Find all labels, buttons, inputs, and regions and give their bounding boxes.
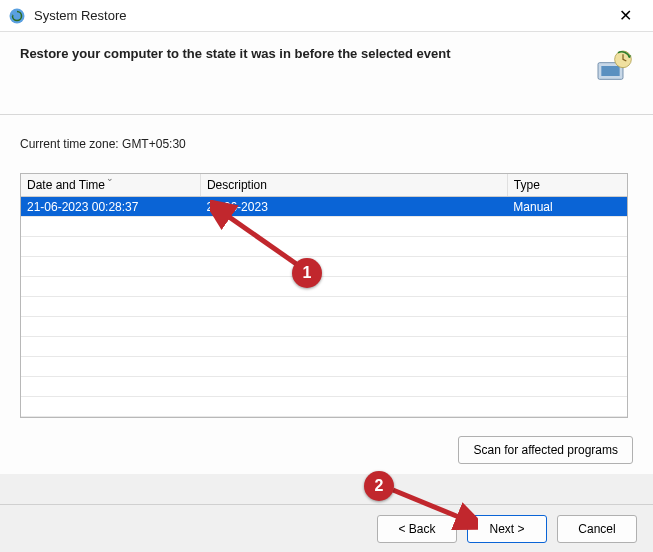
annotation-callout-2: 2 bbox=[364, 471, 394, 501]
table-row[interactable] bbox=[21, 357, 627, 377]
cell-type: Manual bbox=[507, 197, 627, 217]
cell-description bbox=[200, 277, 507, 297]
cell-type bbox=[507, 337, 627, 357]
cancel-button[interactable]: Cancel bbox=[557, 515, 637, 543]
close-button[interactable]: ✕ bbox=[605, 6, 645, 25]
back-button[interactable]: < Back bbox=[377, 515, 457, 543]
cell-type bbox=[507, 397, 627, 417]
cell-description bbox=[200, 397, 507, 417]
footer-buttons: < Back Next > Cancel bbox=[0, 504, 653, 552]
cell-type bbox=[507, 217, 627, 237]
cell-datetime bbox=[21, 397, 200, 417]
cell-type bbox=[507, 357, 627, 377]
cell-description bbox=[200, 317, 507, 337]
cell-description bbox=[200, 297, 507, 317]
next-button[interactable]: Next > bbox=[467, 515, 547, 543]
system-restore-icon bbox=[8, 7, 26, 25]
annotation-callout-1: 1 bbox=[292, 258, 322, 288]
cell-datetime bbox=[21, 297, 200, 317]
table-row[interactable] bbox=[21, 217, 627, 237]
table-row[interactable]: 21-06-2023 00:28:3721-06-2023Manual bbox=[21, 197, 627, 217]
restore-points-table: ⌄ Date and Time Description Type 21-06-2… bbox=[20, 173, 628, 418]
cell-datetime bbox=[21, 317, 200, 337]
cell-type bbox=[507, 377, 627, 397]
cell-datetime bbox=[21, 237, 200, 257]
cell-datetime bbox=[21, 337, 200, 357]
cell-type bbox=[507, 297, 627, 317]
cell-description: 21-06-2023 bbox=[200, 197, 507, 217]
dialog-header: Restore your computer to the state it wa… bbox=[0, 32, 653, 115]
cell-type bbox=[507, 237, 627, 257]
column-header-type[interactable]: Type bbox=[507, 174, 627, 197]
cell-datetime bbox=[21, 377, 200, 397]
cell-datetime: 21-06-2023 00:28:37 bbox=[21, 197, 200, 217]
table-row[interactable] bbox=[21, 277, 627, 297]
scan-affected-programs-button[interactable]: Scan for affected programs bbox=[458, 436, 633, 464]
window-title: System Restore bbox=[34, 8, 605, 23]
cell-description bbox=[200, 217, 507, 237]
table-row[interactable] bbox=[21, 317, 627, 337]
table-row[interactable] bbox=[21, 337, 627, 357]
table-row[interactable] bbox=[21, 257, 627, 277]
cell-datetime bbox=[21, 357, 200, 377]
table-row[interactable] bbox=[21, 377, 627, 397]
scan-row: Scan for affected programs bbox=[20, 436, 633, 464]
cell-description bbox=[200, 357, 507, 377]
column-header-datetime[interactable]: ⌄ Date and Time bbox=[21, 174, 200, 197]
cell-type bbox=[507, 277, 627, 297]
cell-type bbox=[507, 257, 627, 277]
cell-description bbox=[200, 337, 507, 357]
cell-description bbox=[200, 237, 507, 257]
titlebar: System Restore ✕ bbox=[0, 0, 653, 32]
content-area: Current time zone: GMT+05:30 ⌄ Date and … bbox=[0, 115, 653, 474]
page-heading: Restore your computer to the state it wa… bbox=[20, 46, 593, 61]
table-row[interactable] bbox=[21, 397, 627, 417]
svg-rect-2 bbox=[601, 66, 619, 76]
restore-point-icon bbox=[593, 46, 633, 86]
cell-description bbox=[200, 257, 507, 277]
cell-datetime bbox=[21, 217, 200, 237]
table-row[interactable] bbox=[21, 297, 627, 317]
cell-datetime bbox=[21, 277, 200, 297]
cell-datetime bbox=[21, 257, 200, 277]
table-row[interactable] bbox=[21, 237, 627, 257]
cell-type bbox=[507, 317, 627, 337]
timezone-label: Current time zone: GMT+05:30 bbox=[20, 137, 633, 151]
sort-indicator-icon: ⌄ bbox=[106, 173, 114, 183]
column-header-description[interactable]: Description bbox=[200, 174, 507, 197]
cell-description bbox=[200, 377, 507, 397]
